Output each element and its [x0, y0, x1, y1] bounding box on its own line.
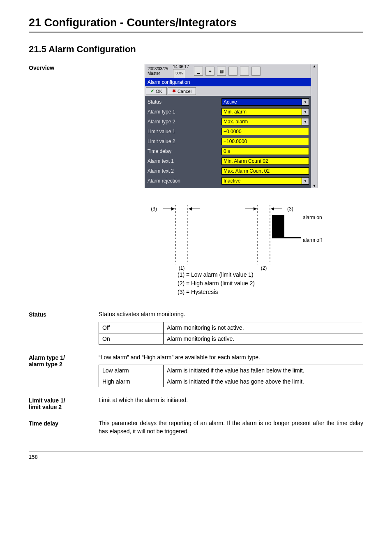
dialog-field-value[interactable]: +100.0000	[221, 138, 309, 145]
dialog-row: Alarm text 2Max. Alarm Count 02	[147, 166, 309, 176]
diagram-legend: (1) = Low alarm (limit value 1) (2) = Hi…	[178, 271, 334, 296]
dialog-row-label: Limit value 2	[147, 139, 221, 144]
cancel-button[interactable]: ✖ Cancel	[168, 87, 196, 95]
diagram-marker-3-right: (3)	[287, 206, 293, 212]
diagram-legend-2: (2) = High alarm (limit value 2)	[178, 279, 334, 288]
dialog-body: StatusActive▼Alarm type 1Min. alarm▼Alar…	[145, 96, 311, 188]
dialog-row-label: Status	[147, 99, 221, 105]
dialog-row: Alarm type 1Min. alarm▼	[147, 107, 309, 116]
dialog-row: Limit value 1+0.0000	[147, 127, 309, 136]
chapter-title: 21 Configuration - Counters/Integrators	[29, 16, 363, 29]
dialog-header-date: 2008/03/25	[148, 67, 168, 71]
table-row: Low alarmAlarm is initiated if the value…	[99, 365, 363, 376]
chapter-rule	[29, 32, 363, 32]
status-blank1-icon	[228, 67, 238, 76]
table-cell-value: Alarm monitoring is not active.	[164, 322, 363, 333]
chevron-down-icon[interactable]: ▼	[302, 98, 309, 106]
dialog-titlebar: Alarm configuration	[145, 78, 311, 86]
status-bars-icon: ▁	[194, 67, 203, 76]
scroll-up-icon[interactable]: ▲	[311, 64, 318, 68]
dialog-row-label: Alarm text 2	[147, 168, 221, 174]
diagram-marker-2: (2)	[261, 265, 267, 271]
dialog-field-value[interactable]: Min. Alarm Count 02	[221, 157, 309, 165]
dialog-row-field[interactable]: Min. Alarm Count 02	[221, 157, 309, 165]
label-limit-value: Limit value 1/ limit value 2	[29, 396, 99, 410]
label-status: Status	[29, 310, 99, 318]
dialog-row-field[interactable]: +0.0000	[221, 128, 309, 135]
dialog-row: Alarm rejectionInactive▼	[147, 176, 309, 185]
dialog-row-field[interactable]: 0 s	[221, 148, 309, 155]
chevron-down-icon[interactable]: ▼	[302, 108, 309, 116]
status-blank3-icon	[251, 67, 261, 76]
page-number: 158	[29, 454, 363, 460]
diagram-legend-1: (1) = Low alarm (limit value 1)	[178, 271, 334, 279]
limit-value-text: Limit at which the alarm is initiated.	[99, 396, 363, 405]
status-gear-icon: ✦	[205, 67, 214, 76]
table-cell-value: Alarm is initiated if the value has fall…	[164, 365, 363, 376]
diagram-marker-1: (1)	[179, 265, 185, 271]
dialog-field-value[interactable]: 0 s	[221, 148, 309, 155]
dialog-field-value[interactable]: Max. alarm	[221, 118, 302, 125]
dialog-row-field[interactable]: Inactive▼	[221, 177, 309, 185]
dialog-field-value[interactable]: Min. alarm	[221, 108, 302, 116]
status-text: Status activates alarm monitoring.	[99, 310, 363, 319]
status-disk-icon: ▦	[217, 67, 226, 76]
diagram-legend-3: (3) = Hysteresis	[178, 288, 334, 296]
table-row: OnAlarm monitoring is active.	[99, 333, 363, 344]
dialog-row-label: Alarm type 1	[147, 109, 221, 115]
dialog-field-value[interactable]: Max. Alarm Count 02	[221, 167, 309, 175]
dialog-header-time: 14:36:17	[173, 65, 189, 69]
table-cell-value: Alarm is initiated if the value has gone…	[164, 376, 363, 387]
dialog-field-value[interactable]: Active	[221, 98, 302, 106]
hysteresis-diagram: (3) (3) alarm on alarm off (1) (2)	[134, 201, 327, 271]
alarm-type-table: Low alarmAlarm is initiated if the value…	[99, 365, 363, 387]
ok-button[interactable]: ✔ OK	[146, 87, 167, 95]
battery-badge-icon: 38%	[173, 69, 185, 78]
scroll-down-icon[interactable]: ▼	[311, 184, 318, 188]
dialog-row-label: Alarm type 2	[147, 119, 221, 125]
dialog-row: StatusActive▼	[147, 97, 309, 106]
chevron-down-icon[interactable]: ▼	[302, 177, 309, 185]
label-time-delay: Time delay	[29, 419, 99, 427]
table-cell-key: High alarm	[99, 376, 164, 387]
table-cell-key: Off	[99, 322, 164, 333]
chevron-down-icon[interactable]: ▼	[302, 118, 309, 125]
diagram-alarm-on: alarm on	[303, 215, 322, 220]
check-icon: ✔	[150, 88, 154, 94]
dialog-row-field[interactable]: Max. Alarm Count 02	[221, 167, 309, 175]
dialog-field-value[interactable]: Inactive	[221, 177, 302, 185]
diagram-alarm-off: alarm off	[303, 237, 322, 243]
dialog-row-label: Alarm text 1	[147, 158, 221, 164]
status-blank2-icon	[240, 67, 249, 76]
label-overview: Overview	[29, 64, 99, 71]
alarm-type-text: “Low alarm” and “High alarm” are availab…	[99, 354, 363, 362]
dialog-row-field[interactable]: Min. alarm▼	[221, 108, 309, 116]
dialog-row-field[interactable]: Active▼	[221, 98, 309, 106]
dialog-row-label: Limit value 1	[147, 129, 221, 134]
alarm-config-dialog: 2008/03/25 Master 14:36:17 38% ▁ ✦	[145, 64, 318, 188]
dialog-field-value[interactable]: +0.0000	[221, 128, 309, 135]
dialog-header: 2008/03/25 Master 14:36:17 38% ▁ ✦	[145, 64, 311, 78]
status-table: OffAlarm monitoring is not active.OnAlar…	[99, 322, 363, 345]
dialog-header-master: Master	[148, 71, 168, 76]
dialog-row: Alarm type 2Max. alarm▼	[147, 117, 309, 126]
section-title: 21.5 Alarm Configuration	[29, 44, 363, 55]
ok-button-label: OK	[156, 89, 162, 94]
dialog-row: Time delay0 s	[147, 147, 309, 156]
footer-rule	[29, 451, 363, 451]
svg-marker-9	[189, 207, 192, 210]
cross-icon: ✖	[172, 88, 176, 94]
svg-rect-4	[272, 215, 284, 238]
svg-marker-13	[271, 207, 274, 210]
table-cell-key: On	[99, 333, 164, 344]
dialog-scrollbar[interactable]: ▲ ▼	[311, 64, 318, 188]
dialog-row: Limit value 2+100.0000	[147, 137, 309, 146]
label-alarm-type: Alarm type 1/ alarm type 2	[29, 354, 99, 368]
table-cell-value: Alarm monitoring is active.	[164, 333, 363, 344]
dialog-row-field[interactable]: +100.0000	[221, 138, 309, 145]
svg-marker-7	[171, 207, 175, 210]
dialog-row-field[interactable]: Max. alarm▼	[221, 118, 309, 125]
table-row: OffAlarm monitoring is not active.	[99, 322, 363, 333]
dialog-toolbar: ✔ OK ✖ Cancel	[145, 86, 311, 96]
dialog-row-label: Alarm rejection	[147, 178, 221, 184]
